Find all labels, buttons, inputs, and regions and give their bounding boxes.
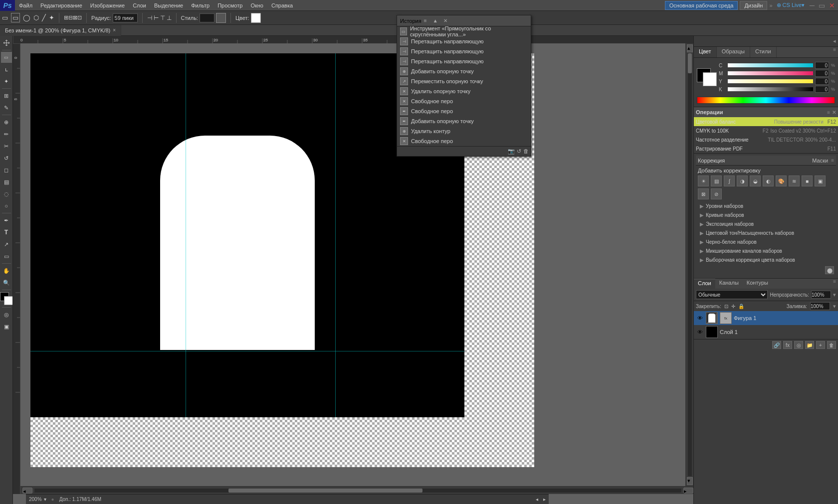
tab-channels[interactable]: Каналы	[715, 279, 743, 289]
tool-mask-mode[interactable]: ◎	[1, 309, 12, 320]
layer-item-0[interactable]: 👁 fx Фигура 1	[694, 311, 838, 325]
corr-icon-brightness[interactable]: ☀	[698, 175, 709, 186]
scroll-left-btn[interactable]: ◂	[22, 488, 32, 494]
m-value[interactable]	[815, 70, 829, 77]
tab-swatches[interactable]: Образцы	[717, 47, 750, 57]
layers-panel-menu[interactable]: ≡	[831, 279, 838, 289]
corr-icon-photo[interactable]: 🎨	[776, 175, 787, 186]
menu-window[interactable]: Окно	[246, 1, 267, 9]
opacity-input[interactable]	[811, 291, 831, 299]
menu-layers[interactable]: Слои	[129, 1, 150, 9]
window-restore-btn[interactable]: ▭	[818, 1, 826, 9]
corr-icon-grad[interactable]: ▣	[815, 175, 826, 186]
tool-hand[interactable]: ✋	[1, 265, 12, 276]
corr-icon-levels[interactable]: ▤	[711, 175, 722, 186]
history-item-6[interactable]: ✕ Удалить опорную точку	[397, 86, 531, 96]
scroll-track[interactable]	[34, 489, 681, 493]
menu-view[interactable]: Просмотр	[213, 1, 246, 9]
corr-icon-pattern[interactable]: ⊠	[698, 188, 709, 199]
tool-dodge[interactable]: ○	[1, 200, 12, 211]
bg-color-swatch[interactable]	[703, 72, 717, 86]
link-layers-btn[interactable]: 🔗	[772, 341, 781, 349]
lock-position-btn[interactable]: ✛	[731, 304, 735, 309]
tool-lasso[interactable]: ʟ	[1, 64, 12, 75]
history-item-10[interactable]: ⊕ Удалить контур	[397, 126, 531, 136]
tool-gradient[interactable]: ▤	[1, 176, 12, 187]
corr-icon-invert[interactable]: ⊘	[711, 188, 722, 199]
tool-blur[interactable]: ◌	[1, 188, 12, 199]
tool-pen[interactable]: ✒	[1, 215, 12, 226]
opacity-arrow[interactable]: ▾	[833, 292, 836, 298]
tool-eyedropper[interactable]: ✎	[1, 102, 12, 113]
cs-live-btn[interactable]: ⊕ CS Live▾	[775, 2, 807, 8]
correction-tab[interactable]: Коррекция	[698, 158, 809, 164]
menu-help[interactable]: Справка	[267, 1, 297, 9]
scroll-down-btn[interactable]: ▾	[687, 477, 693, 485]
add-mask-btn[interactable]: ◎	[794, 341, 803, 349]
rounded-rect-tool-btn[interactable]: ▭	[11, 13, 20, 22]
k-value[interactable]	[815, 86, 829, 93]
align-btn2[interactable]: ⊢	[154, 14, 159, 21]
history-item-4[interactable]: ⊕ Добавить опорную точку	[397, 66, 531, 76]
menu-edit[interactable]: Редактирование	[36, 1, 86, 9]
tab-styles[interactable]: Стили	[750, 47, 777, 57]
window-minimize-btn[interactable]: ─	[809, 1, 816, 9]
fill-arrow[interactable]: ▾	[833, 303, 836, 310]
corr-icon-channel[interactable]: ≋	[789, 175, 800, 186]
fg-bg-colors[interactable]	[0, 292, 13, 305]
rect-tool-btn[interactable]: ▭	[2, 14, 8, 21]
history-item-5[interactable]: ↗ Переместить опорную точку	[397, 76, 531, 86]
tool-history-brush[interactable]: ↺	[1, 153, 12, 164]
scroll-thumb-h[interactable]	[228, 489, 422, 493]
style-swatch[interactable]	[216, 13, 226, 23]
c-slider[interactable]	[728, 63, 813, 67]
color-swatch[interactable]	[251, 13, 261, 23]
corr-list-item-3[interactable]: ▶ Цветовой тон/Насыщенность наборов	[698, 228, 834, 237]
lock-pixels-btn[interactable]: ⊡	[724, 304, 728, 309]
poly-tool-btn[interactable]: ⬡	[33, 14, 39, 21]
ops-item-3[interactable]: Растрирование PDF F11	[694, 144, 838, 153]
scroll-right-arrow[interactable]: ▸	[543, 497, 546, 502]
horizontal-scrollbar[interactable]: ◂ ▸	[20, 486, 693, 494]
history-restore-btn[interactable]: ↺	[517, 148, 521, 155]
tool-healing[interactable]: ⊕	[1, 117, 12, 128]
history-camera-btn[interactable]: 📷	[508, 148, 515, 155]
ops-item-1[interactable]: CMYK to 100K F2 Iso Coated v2 300% Ctrl+…	[694, 126, 838, 135]
tool-move[interactable]	[1, 37, 12, 48]
workspace-more-icon[interactable]: »	[769, 2, 772, 8]
tool-brush[interactable]: ✏	[1, 129, 12, 140]
history-item-2[interactable]: ⊣ Перетащить направляющую	[397, 46, 531, 56]
y-slider[interactable]	[728, 79, 813, 83]
menu-image[interactable]: Изображение	[86, 1, 129, 9]
menu-file[interactable]: Файл	[15, 1, 36, 9]
ellipse-tool-btn[interactable]: ◯	[23, 14, 30, 21]
corr-list-item-6[interactable]: ▶ Выборочная коррекция цвета наборов	[698, 255, 834, 264]
line-tool-btn[interactable]: ╱	[42, 14, 46, 21]
tool-text[interactable]: T	[1, 227, 12, 238]
add-style-btn[interactable]: fx	[783, 341, 792, 349]
corr-icon-curves[interactable]: ∫	[724, 175, 735, 186]
history-item-7[interactable]: ✕ Свободное перо	[397, 96, 531, 106]
history-menu-btn[interactable]: ≡	[421, 17, 429, 25]
history-item-1[interactable]: ⊣ Перетащить направляющую	[397, 36, 531, 46]
history-item-0[interactable]: ▭ Инструмент «Прямоугольник со скруглённ…	[397, 26, 531, 36]
tool-path[interactable]: ↗	[1, 239, 12, 250]
tab-color[interactable]: Цвет	[694, 47, 717, 57]
ops-item-2[interactable]: Частотное разделение TIL DETECTOR 300% 2…	[694, 135, 838, 144]
vertical-scrollbar[interactable]: ▴ ▾	[685, 43, 693, 486]
tool-shape[interactable]: ▭	[1, 251, 12, 262]
corr-icon-exposure[interactable]: ◑	[737, 175, 748, 186]
corr-list-item-1[interactable]: ▶ Кривые наборов	[698, 210, 834, 219]
layer-item-1[interactable]: 👁 Слой 1	[694, 325, 838, 339]
align-btn4[interactable]: ⊥	[167, 14, 172, 21]
layer-eye-0[interactable]: 👁	[696, 314, 704, 322]
corr-list-item-4[interactable]: ▶ Черно-белое наборов	[698, 237, 834, 246]
corr-icon-bw[interactable]: ◐	[763, 175, 774, 186]
history-collapse-btn[interactable]: ▲	[431, 17, 439, 25]
k-slider[interactable]	[728, 87, 813, 91]
scroll-left-arrow[interactable]: ◂	[536, 497, 538, 502]
history-close-btn[interactable]: ✕	[441, 17, 449, 25]
correction-menu[interactable]: ≡	[831, 158, 834, 163]
window-close-btn[interactable]: ✕	[828, 1, 836, 9]
y-value[interactable]	[815, 78, 829, 85]
